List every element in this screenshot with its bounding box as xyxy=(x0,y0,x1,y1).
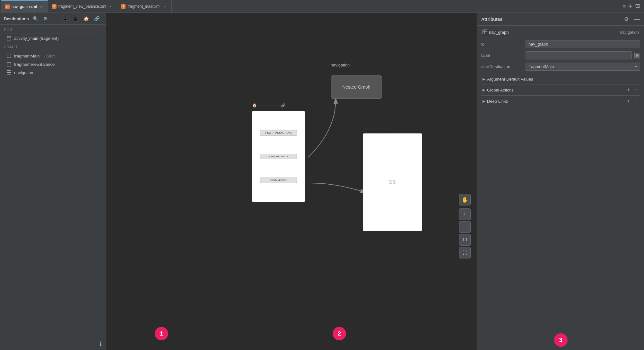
host-divider xyxy=(4,33,102,33)
right-panel: Attributes ⚙ — nav_graph navigation xyxy=(477,13,644,350)
attributes-settings-icon[interactable]: ⚙ xyxy=(624,16,629,22)
section-expand-icon-deep-links: ▶ xyxy=(483,99,485,103)
attr-row-label: label ⊞ xyxy=(481,51,640,59)
nested-graph-section-label: navigation xyxy=(331,63,350,67)
svg-rect-9 xyxy=(483,30,485,32)
tab-close-nav-graph[interactable]: × xyxy=(39,4,44,9)
section-row-argument-default-values[interactable]: ▶ Argument Default Values xyxy=(481,74,640,84)
image-icon[interactable]: 🖼 xyxy=(635,4,640,9)
graph-divider xyxy=(4,51,102,51)
right-panel-header: Attributes ⚙ — xyxy=(477,13,644,26)
attr-row-start-destination: startDestination fragmentMain xyxy=(481,63,640,71)
svg-rect-4 xyxy=(7,71,9,73)
tab-close-fragment-view-balance[interactable]: × xyxy=(108,4,113,9)
badge-3: 3 xyxy=(554,333,568,347)
info-icon[interactable]: ℹ xyxy=(100,340,102,347)
fragment-view-balance-label: fragmentViewBalance xyxy=(14,62,55,67)
tab-close-fragment-main[interactable]: × xyxy=(162,4,168,9)
right-panel-footer: 3 xyxy=(477,331,644,350)
fragment-main-node[interactable]: VIEW TRANSACTIONS VIEW BALANCE SEND MONE… xyxy=(252,111,305,202)
fragment-view-balance-node-label-text: fragmentViewBala... xyxy=(363,126,394,130)
global-actions-add-button[interactable]: + xyxy=(625,87,632,93)
tab-fragment-view-balance[interactable]: F fragment_view_balance.xml × xyxy=(48,0,117,13)
svg-rect-12 xyxy=(485,32,487,34)
tab-fragment-main[interactable]: F fragment_main.xml × xyxy=(117,0,171,13)
home-icon[interactable]: 🏠 xyxy=(82,15,90,22)
sidebar-item-navigation[interactable]: navigation xyxy=(0,68,106,77)
balance-value: $1 xyxy=(389,179,396,186)
send-money-btn: SEND MONEY xyxy=(260,178,297,183)
tab-icon-nav-graph: N xyxy=(5,4,10,9)
svg-rect-6 xyxy=(7,73,9,75)
minus-icon[interactable]: — xyxy=(51,15,58,22)
attr-expand-label-btn[interactable]: ⊞ xyxy=(634,53,640,58)
menu-icon[interactable]: ≡ xyxy=(623,4,626,9)
host-section-label: HOST xyxy=(0,25,106,32)
sidebar: Destinations 🔍 ⚙ — 📱 📱 🏠 🔗 → ⊕ HOST acti… xyxy=(0,13,106,350)
tab-label-nav-graph: nav_graph.xml xyxy=(12,4,37,9)
fragment-main-content: VIEW TRANSACTIONS VIEW BALANCE SEND MONE… xyxy=(252,111,305,202)
activity-main-label: activity_main (fragment) xyxy=(14,36,59,41)
view-balance-btn: VIEW BALANCE xyxy=(260,154,297,159)
fragment-view-balance-node-label: fragmentViewBala... xyxy=(363,126,394,130)
tab-bar-right: ≡ ⊞ 🖼 xyxy=(623,3,644,9)
fragment-view-balance-node[interactable]: $1 xyxy=(363,133,422,231)
attr-label-id: id xyxy=(481,42,523,47)
deep-links-add-button[interactable]: + xyxy=(625,98,632,104)
svg-rect-7 xyxy=(9,73,11,75)
tab-nav-graph[interactable]: N nav_graph.xml × xyxy=(1,0,48,13)
svg-rect-2 xyxy=(7,54,11,58)
attr-select-wrap-start-destination: fragmentMain xyxy=(526,63,640,71)
split-view-icon[interactable]: ⊞ xyxy=(628,3,632,9)
fragment-main-node-label: 🏠 fragmentMain 🔗 xyxy=(252,103,285,108)
nested-graph-node[interactable]: Nested Graph xyxy=(331,75,382,99)
phone-copy-icon[interactable]: 📱 xyxy=(72,15,80,22)
sidebar-footer: ℹ xyxy=(0,338,106,350)
fragment-main-node-label-text: fragmentMain xyxy=(258,103,280,107)
sidebar-header: Destinations 🔍 ⚙ — 📱 📱 🏠 🔗 → ⊕ xyxy=(0,13,106,25)
section-row-deep-links[interactable]: ▶ Deep Links + − xyxy=(481,95,640,107)
attr-row-id: id xyxy=(481,40,640,48)
section-label-argument-default-values: Argument Default Values xyxy=(487,77,639,82)
fit-screen-button[interactable]: ⛶ xyxy=(459,247,471,258)
tab-icon-fragment-main: F xyxy=(121,4,126,9)
zoom-in-button[interactable]: + xyxy=(459,208,471,220)
section-row-global-actions[interactable]: ▶ Global Actions + − xyxy=(481,84,640,95)
fragment-main-label: fragmentMain xyxy=(14,54,39,58)
nav-graph-type: navigation xyxy=(620,30,639,35)
attr-input-id[interactable] xyxy=(526,40,640,48)
link-indicator-icon: 🔗 xyxy=(281,103,285,108)
attr-label-label: label xyxy=(481,53,523,58)
right-panel-body: nav_graph navigation id label ⊞ startDes… xyxy=(477,26,644,331)
main-layout: Destinations 🔍 ⚙ — 📱 📱 🏠 🔗 → ⊕ HOST acti… xyxy=(0,13,644,350)
tab-label-fragment-main: fragment_main.xml xyxy=(127,4,160,9)
section-expand-icon-global-actions: ▶ xyxy=(483,88,485,92)
phone-icon[interactable]: 📱 xyxy=(61,15,69,22)
sidebar-title: Destinations xyxy=(4,16,29,21)
svg-rect-10 xyxy=(485,30,487,32)
hand-tool-button[interactable]: ✋ xyxy=(459,194,471,206)
svg-rect-0 xyxy=(7,36,11,40)
sidebar-item-activity-main[interactable]: activity_main (fragment) xyxy=(0,34,106,42)
deep-links-remove-button[interactable]: − xyxy=(632,98,639,104)
link-icon[interactable]: 🔗 xyxy=(93,15,101,22)
section-label-deep-links: Deep Links xyxy=(487,99,625,104)
sidebar-item-fragment-view-balance[interactable]: fragmentViewBalance xyxy=(0,60,106,68)
attr-input-label[interactable] xyxy=(526,51,632,59)
global-actions-remove-button[interactable]: − xyxy=(632,87,639,93)
zoom-out-button[interactable]: − xyxy=(459,221,471,233)
search-icon[interactable]: 🔍 xyxy=(31,15,39,22)
svg-rect-3 xyxy=(7,62,11,66)
nested-graph-label: Nested Graph xyxy=(342,84,370,90)
attr-select-start-destination[interactable]: fragmentMain xyxy=(526,63,640,71)
graph-canvas: navigation Nested Graph 🏠 fragmentMain 🔗… xyxy=(106,13,477,350)
attributes-close-icon[interactable]: — xyxy=(634,15,640,23)
tab-bar: N nav_graph.xml × F fragment_view_balanc… xyxy=(0,0,644,13)
section-label-global-actions: Global Actions xyxy=(487,88,625,92)
sidebar-item-fragment-main[interactable]: fragmentMain - Start xyxy=(0,52,106,60)
reset-zoom-button[interactable]: 1:1 xyxy=(459,234,471,246)
activity-main-icon xyxy=(6,36,12,41)
fragment-view-balance-icon xyxy=(6,62,12,67)
badge-2: 2 xyxy=(333,327,346,340)
settings-icon[interactable]: ⚙ xyxy=(42,15,49,22)
